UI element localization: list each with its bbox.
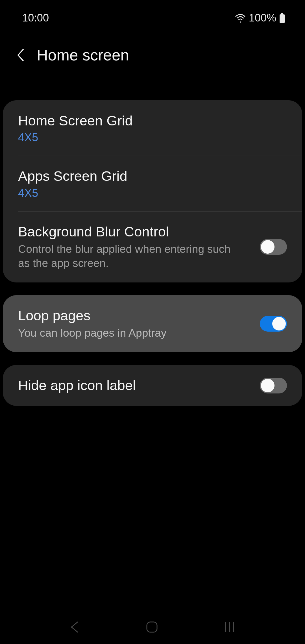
row-home-grid[interactable]: Home Screen Grid 4X5 — [3, 100, 302, 156]
nav-recents-icon[interactable] — [223, 621, 236, 633]
svg-rect-2 — [147, 622, 157, 632]
row-title: Loop pages — [18, 307, 245, 324]
row-desc: Control the blur applied when entering s… — [18, 242, 245, 271]
row-desc: You can loop pages in Apptray — [18, 326, 245, 340]
navigation-bar — [0, 610, 305, 644]
nav-back-icon[interactable] — [69, 621, 80, 633]
row-value: 4X5 — [18, 187, 281, 199]
nav-home-icon[interactable] — [145, 620, 159, 634]
row-title: Apps Screen Grid — [18, 167, 281, 185]
row-value: 4X5 — [18, 131, 281, 144]
row-loop-pages[interactable]: Loop pages You can loop pages in Apptray — [3, 295, 302, 352]
settings-card-hide-label: Hide app icon label — [3, 365, 302, 406]
separator — [251, 316, 251, 332]
status-right: 100% — [235, 12, 285, 24]
row-title: Background Blur Control — [18, 223, 245, 240]
toggle-background-blur[interactable] — [260, 239, 287, 255]
settings-content: Home Screen Grid 4X5 Apps Screen Grid 4X… — [0, 64, 305, 406]
status-time: 10:00 — [22, 12, 49, 24]
status-battery-text: 100% — [249, 12, 276, 24]
row-hide-app-label[interactable]: Hide app icon label — [3, 365, 302, 406]
toggle-loop-pages[interactable] — [260, 316, 287, 332]
toggle-hide-app-label[interactable] — [260, 378, 287, 393]
row-title: Hide app icon label — [18, 377, 254, 394]
svg-rect-1 — [280, 14, 285, 23]
separator — [251, 239, 251, 255]
svg-rect-0 — [281, 13, 283, 14]
back-icon[interactable] — [16, 48, 25, 62]
page-title: Home screen — [37, 46, 129, 64]
settings-card-grid: Home Screen Grid 4X5 Apps Screen Grid 4X… — [3, 100, 302, 282]
status-bar: 10:00 100% — [0, 0, 305, 24]
row-background-blur[interactable]: Background Blur Control Control the blur… — [3, 211, 302, 283]
battery-icon — [279, 13, 285, 23]
row-title: Home Screen Grid — [18, 112, 281, 129]
wifi-icon — [235, 14, 246, 23]
header: Home screen — [0, 24, 305, 64]
settings-card-loop: Loop pages You can loop pages in Apptray — [3, 295, 302, 352]
row-apps-grid[interactable]: Apps Screen Grid 4X5 — [3, 156, 302, 211]
